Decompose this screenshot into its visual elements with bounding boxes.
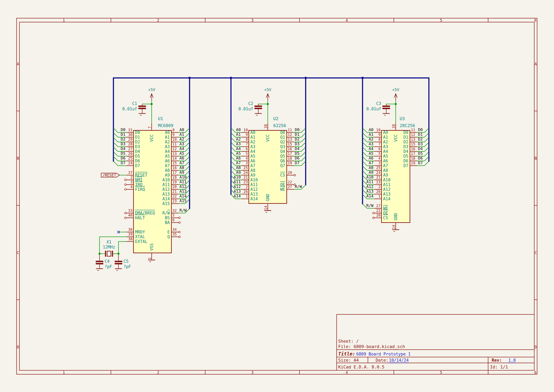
component-u2[interactable]: U26225628VCC14GND10A0A09A1A18A2A27A3A36A… bbox=[231, 116, 306, 210]
svg-text:1: 1 bbox=[63, 370, 65, 375]
svg-text:VCC: VCC bbox=[265, 134, 270, 142]
svg-text:VSS: VSS bbox=[149, 243, 154, 251]
svg-text:A12: A12 bbox=[383, 187, 390, 192]
svg-text:A8: A8 bbox=[180, 165, 184, 170]
svg-text:39: 39 bbox=[128, 232, 132, 236]
titleblock-date-label: Date: bbox=[376, 358, 388, 363]
svg-text:A3: A3 bbox=[236, 142, 241, 146]
power-flag-5v[interactable]: +5V bbox=[264, 87, 271, 123]
svg-text:A10: A10 bbox=[234, 175, 241, 179]
component-u1[interactable]: U1MC68097VCC1VSS31D0D030D1D129D2D228D3D3… bbox=[113, 116, 190, 260]
svg-text:A1: A1 bbox=[369, 132, 374, 137]
svg-text:D0: D0 bbox=[295, 127, 299, 132]
svg-text:A1: A1 bbox=[236, 132, 241, 137]
titleblock-rev-value: 1.0 bbox=[508, 358, 516, 363]
capacitor-c1[interactable]: C10.01uf bbox=[122, 101, 152, 113]
svg-text:D7: D7 bbox=[295, 161, 299, 165]
svg-text:FIRQ: FIRQ bbox=[135, 187, 145, 192]
svg-text:?pF: ?pF bbox=[104, 264, 112, 269]
svg-text:A14: A14 bbox=[162, 196, 170, 201]
ground-symbol bbox=[115, 269, 122, 270]
svg-text:CS: CS bbox=[280, 173, 285, 177]
svg-text:D2: D2 bbox=[418, 137, 423, 141]
svg-text:4: 4 bbox=[130, 185, 132, 189]
svg-text:5: 5 bbox=[378, 152, 381, 156]
svg-text:12MHz: 12MHz bbox=[103, 245, 115, 249]
svg-text:A0: A0 bbox=[383, 130, 388, 135]
svg-text:A15: A15 bbox=[162, 201, 170, 206]
svg-text:12: 12 bbox=[288, 133, 292, 137]
svg-text:U3: U3 bbox=[400, 116, 405, 121]
svg-text:3: 3 bbox=[378, 161, 381, 165]
svg-text:R/W: R/W bbox=[180, 208, 187, 213]
svg-text:A6: A6 bbox=[369, 156, 374, 161]
svg-text:23: 23 bbox=[243, 180, 248, 184]
svg-text:10: 10 bbox=[243, 128, 248, 132]
svg-text:A6: A6 bbox=[236, 156, 241, 161]
capacitor-c3[interactable]: C30.01uf bbox=[366, 101, 396, 113]
svg-text:21: 21 bbox=[172, 189, 177, 194]
svg-text:0.01uf: 0.01uf bbox=[122, 106, 137, 111]
svg-text:A0: A0 bbox=[250, 130, 255, 135]
svg-text:Q: Q bbox=[167, 234, 170, 239]
svg-text:A14: A14 bbox=[383, 196, 390, 201]
power-flag-5v[interactable]: +5V bbox=[148, 87, 155, 123]
capacitor-c5[interactable]: C5?pF bbox=[115, 254, 131, 269]
svg-text:15: 15 bbox=[172, 161, 177, 165]
svg-text:38: 38 bbox=[128, 237, 132, 241]
svg-text:A10: A10 bbox=[162, 177, 170, 182]
svg-text:Q2: Q2 bbox=[280, 140, 285, 144]
svg-text:A9: A9 bbox=[383, 173, 388, 177]
svg-text:15: 15 bbox=[288, 142, 292, 146]
svg-text:16: 16 bbox=[411, 147, 415, 151]
component-x1[interactable]: X112MHz bbox=[103, 240, 115, 257]
svg-text:A5: A5 bbox=[250, 154, 255, 159]
svg-text:U2: U2 bbox=[273, 116, 278, 121]
svg-text:R/W: R/W bbox=[162, 211, 170, 216]
svg-text:11: 11 bbox=[411, 128, 415, 132]
svg-text:20: 20 bbox=[172, 185, 177, 189]
svg-text:HALT: HALT bbox=[135, 216, 145, 220]
svg-text:A14: A14 bbox=[180, 194, 187, 198]
svg-text:2: 2 bbox=[157, 18, 159, 23]
schematic-canvas[interactable]: 112233445566AABBCCDD Sheet: / File: 6809… bbox=[0, 0, 554, 392]
svg-text:1: 1 bbox=[246, 194, 248, 198]
svg-text:28: 28 bbox=[128, 142, 132, 146]
svg-text:1: 1 bbox=[63, 18, 65, 23]
svg-text:D7: D7 bbox=[121, 161, 125, 165]
component-u3[interactable]: U328C25628VCC14GND10A0A09A1A18A2A27A3A36… bbox=[363, 116, 429, 230]
svg-text:28: 28 bbox=[264, 124, 268, 128]
svg-text:D4: D4 bbox=[135, 149, 140, 154]
power-flag-5v[interactable]: +5V bbox=[392, 87, 399, 123]
svg-text:A9: A9 bbox=[369, 170, 374, 175]
svg-text:19: 19 bbox=[288, 161, 292, 165]
svg-text:28: 28 bbox=[392, 124, 396, 128]
svg-text:D6: D6 bbox=[135, 159, 140, 163]
svg-text:A2: A2 bbox=[236, 137, 241, 141]
svg-text:6: 6 bbox=[246, 147, 248, 151]
svg-text:A2: A2 bbox=[165, 140, 170, 144]
svg-text:19: 19 bbox=[172, 180, 177, 184]
svg-text:12: 12 bbox=[172, 147, 177, 151]
svg-text:10: 10 bbox=[172, 137, 177, 141]
svg-text:9: 9 bbox=[378, 133, 381, 137]
global-label-reset[interactable]: /RESET bbox=[101, 173, 120, 177]
svg-text:A3: A3 bbox=[383, 144, 388, 149]
svg-text:A11: A11 bbox=[234, 180, 241, 184]
svg-text:D3: D3 bbox=[418, 142, 423, 146]
titleblock-title-label: Title: bbox=[338, 351, 355, 357]
svg-text:A12: A12 bbox=[180, 184, 187, 189]
capacitor-c2[interactable]: C20.01uf bbox=[238, 101, 268, 113]
svg-text:D2: D2 bbox=[121, 137, 125, 141]
svg-text:A8: A8 bbox=[250, 168, 255, 173]
junction-dot bbox=[395, 103, 397, 105]
svg-text:A6: A6 bbox=[165, 159, 170, 163]
svg-text:?pF: ?pF bbox=[124, 264, 131, 269]
schematic-content[interactable]: U1MC68097VCC1VSS31D0D030D1D129D2D228D3D3… bbox=[96, 77, 429, 271]
svg-text:4: 4 bbox=[346, 18, 348, 23]
svg-text:Q7: Q7 bbox=[280, 163, 285, 168]
svg-text:CS: CS bbox=[383, 216, 388, 220]
wires[interactable] bbox=[99, 175, 126, 254]
svg-text:12: 12 bbox=[411, 133, 415, 137]
svg-text:D6: D6 bbox=[403, 159, 408, 163]
